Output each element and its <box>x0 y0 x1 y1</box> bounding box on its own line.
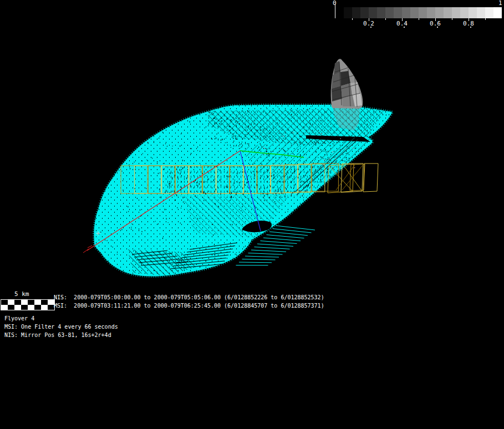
fan-line <box>242 259 276 260</box>
colorbar-step <box>394 7 402 18</box>
colorbar-max-label: 1 <box>498 0 502 7</box>
scalebar-checker <box>1 299 55 310</box>
colorbar-sub-mark <box>404 27 405 28</box>
annotation-nis: NIS: Mirror Pos 63-81, 16s+2r+4d <box>4 332 111 339</box>
colorbar-step <box>493 7 502 18</box>
fan-line <box>257 244 293 246</box>
fan-line <box>239 262 272 263</box>
fan-line <box>273 229 312 233</box>
colorbar-step <box>427 7 435 18</box>
colorbar-step <box>352 7 360 18</box>
colorbar-tick-label: 0.8 <box>460 20 477 27</box>
colorbar-step <box>344 7 352 18</box>
colorbar-step <box>335 7 344 18</box>
status-line-msi: MSI: 2000-079T03:11:21.00 to 2000-079T06… <box>54 303 324 309</box>
colorbar-step <box>435 7 444 18</box>
scene-3d-canvas[interactable] <box>0 0 504 429</box>
annotation-msi: MSI: One Filter 4 every 66 seconds <box>4 324 118 330</box>
fan-line <box>261 241 297 244</box>
colorbar-sub-mark <box>470 27 471 28</box>
colorbar-sub-mark <box>437 27 438 28</box>
status-line-nis: NIS: 2000-079T05:00:00.00 to 2000-079T05… <box>54 294 324 301</box>
fan-line <box>254 247 290 249</box>
colorbar-gradient <box>335 7 502 18</box>
colorbar-step <box>360 7 369 18</box>
fan-line <box>251 250 286 252</box>
fan-line <box>245 256 279 257</box>
colorbar-step <box>369 7 377 18</box>
colorbar-step <box>444 7 452 18</box>
colorbar-step <box>452 7 460 18</box>
colorbar-step <box>419 7 427 18</box>
fan-line <box>269 232 308 236</box>
colorbar-minor-tick <box>385 18 386 20</box>
trace-line-red-ticks <box>83 246 92 253</box>
colorbar-tick-label: 0.4 <box>394 20 410 27</box>
colorbar-step <box>385 7 394 18</box>
colorbar-minor-tick <box>419 18 419 20</box>
colorbar-step <box>477 7 485 18</box>
colorbar-step <box>485 7 493 18</box>
fan-line <box>267 235 304 238</box>
colorbar-minor-tick <box>452 18 452 20</box>
colorbar-tick-label: 0.2 <box>360 20 377 27</box>
scalebar-label: 5 km <box>14 291 29 298</box>
colorbar-step <box>469 7 477 18</box>
colorbar-sub-mark <box>370 27 371 28</box>
colorbar-step <box>377 7 385 18</box>
annotation-flyover: Flyover 4 <box>4 315 34 322</box>
colorbar-step <box>410 7 419 18</box>
fan-line <box>263 238 301 241</box>
fan-line <box>248 253 283 255</box>
colorbar-minor-tick <box>352 18 353 20</box>
colorbar-tick-label: 0.6 <box>427 20 444 27</box>
colorbar-minor-tick <box>485 18 486 20</box>
colorbar-step <box>460 7 469 18</box>
visualization-window: 0 1 0.2 0.4 0.6 0.8 5 km NIS: 2000-079T0… <box>0 0 504 429</box>
colorbar-step <box>402 7 410 18</box>
